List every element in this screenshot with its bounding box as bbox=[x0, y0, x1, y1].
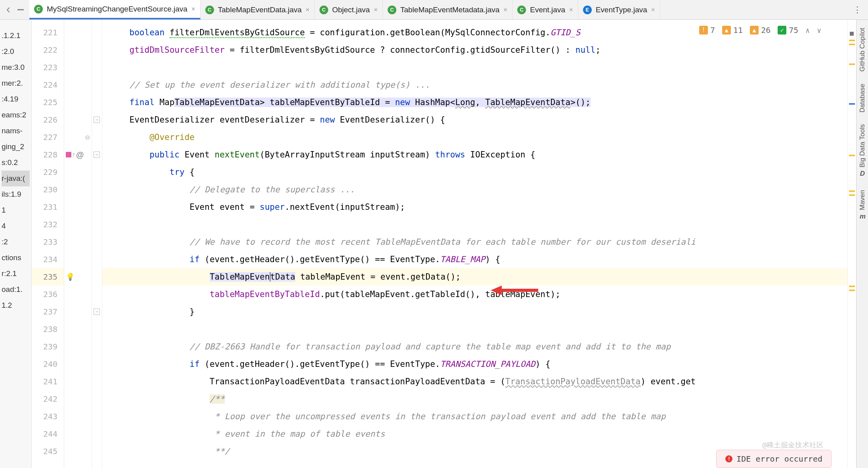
line-number[interactable]: 229 bbox=[32, 163, 64, 181]
line-number[interactable]: 239 bbox=[32, 338, 64, 355]
code-line[interactable]: final MapTableMapEventData> tableMapEven… bbox=[102, 94, 847, 111]
intention-bulb-icon[interactable]: 💡 bbox=[66, 272, 75, 281]
project-item[interactable]: 1.2 bbox=[2, 297, 30, 313]
code-line[interactable]: Event event = super.nextEvent(inputStrea… bbox=[102, 198, 847, 216]
code-line[interactable]: /** bbox=[102, 390, 847, 408]
project-item[interactable]: :2 bbox=[2, 234, 30, 250]
project-item[interactable]: .1.2.1 bbox=[2, 28, 30, 44]
tab-close-icon[interactable]: × bbox=[503, 6, 507, 14]
line-number[interactable]: 243 bbox=[32, 408, 64, 425]
code-line[interactable] bbox=[102, 216, 847, 233]
implements-up-icon[interactable]: ↑ bbox=[72, 151, 75, 158]
code-line[interactable]: // We have to record the most recent Tab… bbox=[102, 233, 847, 251]
back-icon[interactable] bbox=[5, 6, 13, 14]
project-item[interactable]: :4.19 bbox=[2, 91, 30, 107]
project-item[interactable]: ils:1.9 bbox=[2, 186, 30, 202]
line-number[interactable]: 235 bbox=[32, 268, 64, 286]
code-line[interactable]: EventDeserializer eventDeserializer = ne… bbox=[102, 111, 847, 129]
code-editor[interactable]: !7 ▲11 ▲26 ✓75 ∧ ∨ @稀土掘金技术社区 ! IDE error… bbox=[102, 20, 847, 468]
line-number[interactable]: 226 bbox=[32, 111, 64, 129]
project-item[interactable]: mer:2. bbox=[2, 75, 30, 91]
line-number[interactable]: 230 bbox=[32, 181, 64, 198]
code-line[interactable]: // Set up the event deserializer with ad… bbox=[102, 76, 847, 94]
tool-window-button[interactable]: GitHub Copilot bbox=[858, 28, 866, 72]
fold-toggle-icon[interactable]: − bbox=[94, 117, 100, 123]
line-number[interactable]: 228 bbox=[32, 146, 64, 163]
fold-toggle-icon[interactable]: − bbox=[94, 309, 100, 315]
code-line[interactable]: TableMapEventData tableMapEvent = event.… bbox=[102, 268, 847, 286]
next-highlight-icon[interactable]: ∨ bbox=[817, 26, 821, 35]
code-line[interactable]: // Delegate to the superclass ... bbox=[102, 181, 847, 198]
annotation-at-icon[interactable]: @ bbox=[76, 150, 84, 159]
project-item[interactable]: oad:1. bbox=[2, 282, 30, 297]
line-number[interactable]: 227 bbox=[32, 129, 64, 146]
code-line[interactable]: @Override bbox=[102, 129, 847, 146]
code-line[interactable]: try { bbox=[102, 163, 847, 181]
override-marker-icon[interactable] bbox=[66, 152, 71, 157]
fold-toggle-icon[interactable]: − bbox=[94, 152, 100, 158]
code-line[interactable]: TransactionPayloadEventData transactionP… bbox=[102, 373, 847, 390]
inspection-summary[interactable]: !7 ▲11 ▲26 ✓75 ∧ ∨ bbox=[697, 24, 824, 36]
editor-tab[interactable]: EEventType.java× bbox=[578, 0, 660, 19]
editor-tab[interactable]: CTableMapEventMetadata.java× bbox=[383, 0, 512, 19]
line-number[interactable]: 233 bbox=[32, 233, 64, 251]
project-item[interactable]: nams- bbox=[2, 123, 30, 139]
line-number[interactable]: 241 bbox=[32, 373, 64, 390]
tab-close-icon[interactable]: × bbox=[569, 6, 573, 14]
ide-error-toast[interactable]: ! IDE error occurred bbox=[716, 450, 832, 468]
line-number[interactable]: 232 bbox=[32, 216, 64, 233]
line-number[interactable]: 238 bbox=[32, 320, 64, 338]
code-line[interactable]: public Event nextEvent(ByteArrayInputStr… bbox=[102, 146, 847, 163]
editor-tab[interactable]: CMySqlStreamingChangeEventSource.java× bbox=[29, 0, 201, 19]
project-item[interactable]: eams:2 bbox=[2, 107, 30, 123]
code-line[interactable] bbox=[102, 320, 847, 338]
line-number[interactable]: 242 bbox=[32, 390, 64, 408]
tab-close-icon[interactable]: × bbox=[651, 6, 655, 14]
code-line[interactable] bbox=[102, 59, 847, 76]
project-item[interactable]: 1 bbox=[2, 202, 30, 218]
code-line[interactable]: tableMapEventByTableId.put(tableMapEvent… bbox=[102, 286, 847, 303]
line-number[interactable]: 225 bbox=[32, 94, 64, 111]
line-number[interactable]: 240 bbox=[32, 355, 64, 373]
code-line[interactable]: if (event.getHeader().getEventType() == … bbox=[102, 355, 847, 373]
project-item[interactable]: s:0.2 bbox=[2, 155, 30, 171]
line-number[interactable]: 244 bbox=[32, 425, 64, 443]
tool-window-button[interactable]: mMaven bbox=[858, 190, 866, 221]
fold-icon[interactable]: ⊖ bbox=[85, 134, 90, 141]
editor-tab[interactable]: CEvent.java× bbox=[512, 0, 578, 19]
project-item[interactable]: ctions bbox=[2, 250, 30, 266]
line-number[interactable]: 231 bbox=[32, 198, 64, 216]
project-item[interactable]: :2.0 bbox=[2, 44, 30, 59]
project-item[interactable]: r:2.1 bbox=[2, 266, 30, 282]
tool-window-button[interactable]: Database bbox=[858, 84, 866, 113]
project-item[interactable]: ging_2 bbox=[2, 139, 30, 155]
tool-window-button[interactable]: DBig Data Tools bbox=[858, 124, 866, 178]
tab-overflow-menu-icon[interactable]: ⋮ bbox=[847, 5, 868, 15]
tab-close-icon[interactable]: × bbox=[306, 6, 310, 14]
line-number[interactable]: 234 bbox=[32, 251, 64, 268]
code-line[interactable]: } bbox=[102, 303, 847, 320]
code-line[interactable]: // DBZ-2663 Handle for transaction paylo… bbox=[102, 338, 847, 355]
editor-tab[interactable]: CTableMapEventData.java× bbox=[201, 0, 315, 19]
line-number[interactable]: 222 bbox=[32, 41, 64, 59]
code-line[interactable]: gtidDmlSourceFilter = filterDmlEventsByG… bbox=[102, 41, 847, 59]
project-item[interactable]: me:3.0 bbox=[2, 59, 30, 75]
line-number[interactable]: 223 bbox=[32, 59, 64, 76]
line-number[interactable]: 236 bbox=[32, 286, 64, 303]
minimize-icon[interactable] bbox=[17, 6, 25, 14]
editor-tab[interactable]: CObject.java× bbox=[315, 0, 383, 19]
line-number[interactable]: 221 bbox=[32, 24, 64, 41]
line-number[interactable]: 237 bbox=[32, 303, 64, 320]
tab-close-icon[interactable]: × bbox=[191, 5, 195, 13]
code-line[interactable]: * event in the map of table events bbox=[102, 425, 847, 443]
project-view-strip[interactable]: .1.2.1:2.0me:3.0mer:2.:4.19eams:2nams-gi… bbox=[0, 20, 32, 468]
project-item[interactable]: 4 bbox=[2, 218, 30, 234]
line-number[interactable]: 245 bbox=[32, 443, 64, 460]
line-number[interactable]: 224 bbox=[32, 76, 64, 94]
project-item[interactable]: r-java:( bbox=[2, 171, 30, 186]
error-stripe[interactable] bbox=[847, 20, 856, 468]
code-line[interactable]: if (event.getHeader().getEventType() == … bbox=[102, 251, 847, 268]
code-line[interactable]: * Loop over the uncompressed events in t… bbox=[102, 408, 847, 425]
tab-close-icon[interactable]: × bbox=[374, 6, 378, 14]
prev-highlight-icon[interactable]: ∧ bbox=[805, 26, 810, 35]
